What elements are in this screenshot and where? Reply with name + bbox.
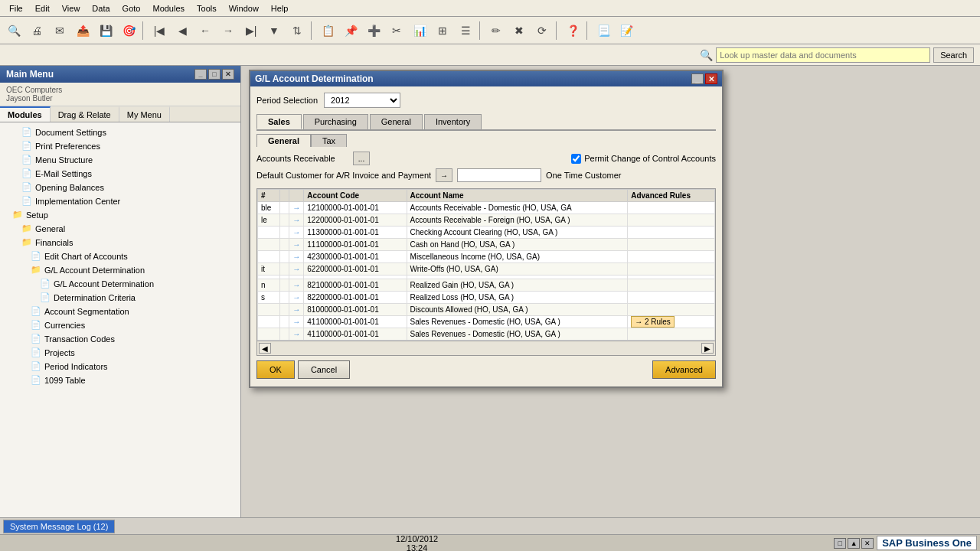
- sidebar-item-setup[interactable]: Setup: [0, 208, 240, 222]
- bottom-close-btn[interactable]: ✕: [861, 538, 874, 549]
- toolbar-list-btn[interactable]: ☰: [455, 20, 476, 41]
- toolbar-chart-btn[interactable]: 📊: [409, 20, 430, 41]
- sidebar-maximize-btn[interactable]: □: [208, 69, 220, 80]
- accounts-receivable-label: Accounts Receivable: [256, 154, 348, 163]
- toolbar-nav-fwd[interactable]: →: [217, 20, 239, 41]
- toolbar-refresh-btn[interactable]: ⟳: [531, 20, 553, 41]
- sidebar-item-1099-table[interactable]: 1099 Table: [0, 373, 240, 387]
- menu-window[interactable]: Window: [223, 2, 265, 15]
- cancel-button[interactable]: Cancel: [298, 360, 350, 379]
- menu-file[interactable]: File: [3, 2, 29, 15]
- toolbar-paste-btn[interactable]: 📌: [340, 20, 361, 41]
- sidebar-user: OEC Computers Jayson Butler: [0, 83, 240, 106]
- permit-change-row: Permit Change of Control Accounts: [571, 154, 716, 164]
- period-select[interactable]: 2012 2011 2013: [324, 93, 400, 108]
- toolbar-target-btn[interactable]: 🎯: [118, 20, 139, 41]
- default-customer-btn[interactable]: →: [436, 168, 452, 182]
- toolbar-nav-back[interactable]: ←: [194, 20, 216, 41]
- search-input[interactable]: [716, 47, 930, 63]
- sidebar-item-edit-chart[interactable]: Edit Chart of Accounts: [0, 249, 240, 263]
- toolbar-email-btn[interactable]: ✉: [49, 20, 70, 41]
- sidebar-item-document-settings[interactable]: Document Settings: [0, 126, 240, 139]
- toolbar-sep-5: [586, 21, 590, 40]
- cell-arrow1: [280, 316, 289, 328]
- sidebar-item-account-segmentation[interactable]: Account Segmentation: [0, 305, 240, 318]
- menu-help[interactable]: Help: [265, 2, 295, 15]
- search-icon: 🔍: [700, 49, 713, 61]
- accounts-receivable-btn[interactable]: ...: [353, 152, 370, 165]
- toolbar-upload-btn[interactable]: 📤: [72, 20, 93, 41]
- sidebar-minimize-btn[interactable]: _: [194, 69, 207, 80]
- toolbar-filter-btn[interactable]: ▼: [263, 20, 285, 41]
- sidebar-item-projects[interactable]: Projects: [0, 346, 240, 360]
- toolbar-sort-btn[interactable]: ⇅: [286, 20, 308, 41]
- menu-edit[interactable]: Edit: [29, 2, 56, 15]
- default-customer-input[interactable]: C99999: [457, 168, 541, 182]
- toolbar-search-btn[interactable]: 🔍: [3, 20, 24, 41]
- toolbar-doc2-btn[interactable]: 📝: [616, 20, 637, 41]
- sidebar-item-transaction-codes[interactable]: Transaction Codes: [0, 332, 240, 346]
- sidebar-close-btn[interactable]: ✕: [222, 69, 234, 80]
- menu-tools[interactable]: Tools: [191, 2, 223, 15]
- sidebar-item-currencies[interactable]: Currencies: [0, 318, 240, 332]
- doc-icon: [21, 127, 32, 138]
- toolbar-edit-btn[interactable]: ✏: [485, 20, 507, 41]
- toolbar-close-btn[interactable]: ✖: [508, 20, 530, 41]
- toolbar-nav-first[interactable]: |◀: [149, 20, 170, 41]
- advanced-button[interactable]: Advanced: [652, 360, 716, 379]
- tab-general[interactable]: General: [370, 114, 423, 129]
- folder-icon-financials: [21, 237, 32, 248]
- permit-change-checkbox[interactable]: [571, 154, 581, 164]
- toolbar-print-btn[interactable]: 🖨: [26, 20, 47, 41]
- sidebar-item-menu-structure[interactable]: Menu Structure: [0, 153, 240, 167]
- sidebar-item-email-settings[interactable]: E-Mail Settings: [0, 167, 240, 181]
- sidebar-item-opening-balances[interactable]: Opening Balances: [0, 181, 240, 194]
- sidebar-item-determination-criteria[interactable]: Determination Criteria: [0, 291, 240, 305]
- table-container[interactable]: # Account Code Account Name Advanced Rul…: [256, 188, 716, 341]
- sidebar-item-gl-folder[interactable]: G/L Account Determination: [0, 263, 240, 277]
- sidebar-item-general[interactable]: General: [0, 222, 240, 236]
- tab-sales[interactable]: Sales: [256, 114, 302, 129]
- tab-inventory[interactable]: Inventory: [424, 114, 482, 129]
- bottom-maximize-btn[interactable]: ▲: [848, 538, 860, 549]
- toolbar-nav-end[interactable]: ▶|: [240, 20, 262, 41]
- toolbar-nav-prev[interactable]: ◀: [172, 20, 193, 41]
- menu-goto[interactable]: Goto: [116, 2, 147, 15]
- tab-my-menu[interactable]: My Menu: [119, 106, 170, 122]
- sub-tab-general[interactable]: General: [256, 134, 311, 147]
- toolbar-grid-btn[interactable]: ⊞: [432, 20, 453, 41]
- tab-purchasing[interactable]: Purchasing: [303, 114, 368, 129]
- sidebar-item-implementation-center[interactable]: Implementation Center: [0, 194, 240, 208]
- sidebar-item-gl-determination[interactable]: G/L Account Determination: [0, 277, 240, 291]
- menu-modules[interactable]: Modules: [146, 2, 191, 15]
- toolbar-help-btn[interactable]: ❓: [562, 20, 583, 41]
- nav-right-btn[interactable]: ▶: [701, 343, 714, 354]
- dialog-minimize-btn[interactable]: _: [691, 73, 704, 84]
- tab-modules[interactable]: Modules: [0, 106, 51, 122]
- tab-drag-relate[interactable]: Drag & Relate: [51, 106, 119, 122]
- nav-left-btn[interactable]: ◀: [259, 343, 271, 354]
- dialog-body: Period Selection 2012 2011 2013 Sales Pu…: [250, 86, 722, 386]
- bottom-restore-btn[interactable]: □: [834, 538, 846, 549]
- dialog-close-btn[interactable]: ✕: [705, 73, 717, 84]
- toolbar-copy-btn[interactable]: 📋: [317, 20, 338, 41]
- statusbar-message[interactable]: System Message Log (12): [3, 520, 115, 533]
- toolbar-save-btn[interactable]: 💾: [95, 20, 116, 41]
- cell-arrow2: →: [289, 292, 304, 304]
- toolbar-add-btn[interactable]: ➕: [363, 20, 384, 41]
- doc-icon-print: [21, 141, 32, 152]
- toolbar-del-btn[interactable]: ✂: [386, 20, 407, 41]
- dialog-titlebar[interactable]: G/L Account Determination _ ✕: [250, 71, 722, 86]
- bottom-time: 13:24: [407, 543, 428, 552]
- ok-button[interactable]: OK: [256, 360, 295, 379]
- menu-view[interactable]: View: [56, 2, 87, 15]
- sidebar-header-buttons: _ □ ✕: [194, 69, 234, 80]
- sidebar-item-print-preferences[interactable]: Print Preferences: [0, 139, 240, 153]
- toolbar-doc-btn[interactable]: 📃: [593, 20, 614, 41]
- cell-name: Sales Revenues - Domestic (HO, USA, GA ): [407, 316, 628, 328]
- search-button[interactable]: Search: [933, 47, 974, 63]
- menu-data[interactable]: Data: [86, 2, 116, 15]
- sub-tab-tax[interactable]: Tax: [311, 134, 347, 147]
- sidebar-item-financials[interactable]: Financials: [0, 236, 240, 249]
- sidebar-item-period-indicators[interactable]: Period Indicators: [0, 360, 240, 373]
